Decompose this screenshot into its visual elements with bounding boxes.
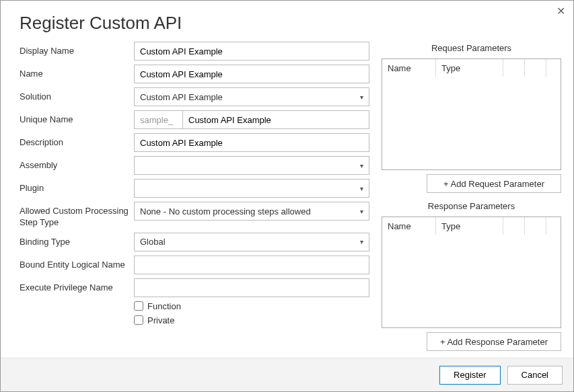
response-col-type: Type — [436, 217, 503, 235]
display-name-label: Display Name — [20, 42, 134, 57]
chevron-down-icon: ▾ — [360, 162, 363, 169]
unique-name-label: Unique Name — [20, 110, 134, 126]
bound-entity-label: Bound Entity Logical Name — [20, 256, 134, 271]
request-parameters-title: Request Parameters — [382, 43, 561, 53]
assembly-combo[interactable]: ▾ — [134, 156, 369, 175]
allowed-step-type-label: Allowed Custom Processing Step Type — [20, 202, 134, 229]
name-input[interactable] — [134, 65, 369, 83]
display-name-input[interactable] — [134, 42, 369, 61]
function-checkbox-label: Function — [147, 301, 181, 311]
function-checkbox[interactable] — [134, 301, 143, 311]
private-checkbox[interactable] — [134, 315, 143, 325]
request-grid-header: Name Type — [382, 59, 561, 77]
solution-combo[interactable]: Custom API Example ▾ — [134, 87, 369, 106]
description-label: Description — [20, 133, 134, 149]
form-column: Display Name Name Solution Custom API Ex… — [20, 42, 369, 358]
binding-type-combo[interactable]: Global ▾ — [134, 233, 369, 251]
dialog-body: Display Name Name Solution Custom API Ex… — [1, 42, 573, 358]
request-parameters-grid: Name Type — [382, 58, 561, 170]
cancel-button[interactable]: Cancel — [507, 366, 563, 385]
response-parameters-title: Response Parameters — [382, 201, 561, 211]
request-grid-body — [382, 77, 561, 169]
response-grid-body — [382, 235, 561, 327]
close-icon[interactable]: ✕ — [557, 6, 565, 17]
solution-combo-value: Custom API Example — [140, 92, 223, 102]
add-response-parameter-button[interactable]: + Add Response Parameter — [427, 332, 561, 351]
chevron-down-icon: ▾ — [360, 93, 363, 101]
register-custom-api-dialog: ✕ Register Custom API Display Name Name … — [0, 0, 574, 392]
unique-name-prefix: sample_ — [134, 110, 182, 129]
execute-privilege-label: Execute Privilege Name — [20, 278, 134, 294]
execute-privilege-input[interactable] — [134, 278, 369, 297]
register-button[interactable]: Register — [439, 366, 500, 385]
binding-type-label: Binding Type — [20, 233, 134, 248]
allowed-step-type-combo[interactable]: None - No custom processing steps allowe… — [134, 202, 369, 221]
request-col-spacer1 — [503, 59, 525, 77]
response-parameters-grid: Name Type — [382, 217, 561, 328]
request-col-spacer2 — [525, 59, 546, 77]
add-request-parameter-button[interactable]: + Add Request Parameter — [427, 174, 561, 193]
name-label: Name — [20, 65, 134, 80]
response-col-spacer1 — [503, 217, 525, 235]
allowed-step-type-value: None - No custom processing steps allowe… — [140, 206, 311, 217]
binding-type-value: Global — [140, 237, 166, 247]
dialog-title: Register Custom API — [1, 1, 573, 42]
private-checkbox-label: Private — [147, 315, 174, 325]
request-col-type: Type — [436, 59, 503, 77]
assembly-label: Assembly — [20, 156, 134, 171]
dialog-footer: Register Cancel — [1, 358, 573, 391]
response-grid-header: Name Type — [382, 217, 561, 235]
solution-label: Solution — [20, 87, 134, 103]
response-col-spacer2 — [525, 217, 546, 235]
request-col-name: Name — [382, 59, 436, 77]
chevron-down-icon: ▾ — [360, 185, 363, 192]
response-col-name: Name — [382, 217, 436, 235]
chevron-down-icon: ▾ — [360, 238, 363, 245]
description-input[interactable] — [134, 133, 369, 152]
unique-name-input[interactable] — [182, 110, 369, 129]
plugin-label: Plugin — [20, 179, 134, 194]
plugin-combo[interactable]: ▾ — [134, 179, 369, 198]
chevron-down-icon: ▾ — [360, 208, 363, 215]
parameters-column: Request Parameters Name Type + Add Reque… — [382, 42, 561, 358]
bound-entity-input[interactable] — [134, 256, 369, 274]
